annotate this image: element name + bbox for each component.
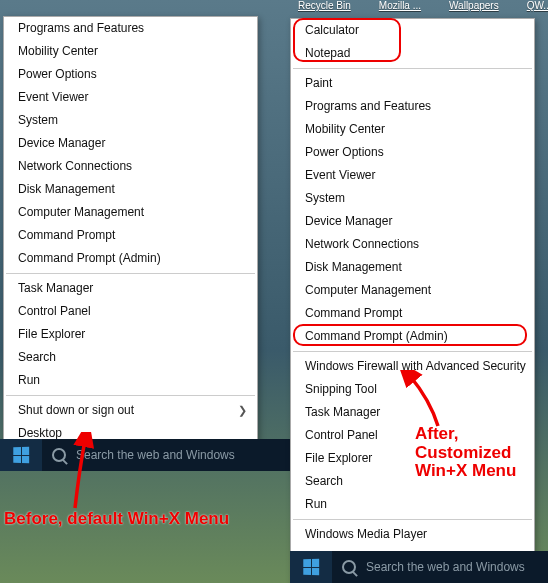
menu-separator	[293, 351, 532, 352]
menu-item[interactable]: System	[291, 187, 534, 210]
menu-item[interactable]: File Explorer	[4, 323, 257, 346]
menu-item[interactable]: Search	[4, 346, 257, 369]
menu-item-label: Mobility Center	[18, 44, 98, 58]
search-placeholder-left: Search the web and Windows	[76, 448, 235, 462]
menu-item[interactable]: Computer Management	[291, 279, 534, 302]
menu-item[interactable]: System	[4, 109, 257, 132]
menu-item[interactable]: Command Prompt (Admin)	[291, 325, 534, 348]
menu-item-label: Computer Management	[305, 283, 431, 297]
menu-item[interactable]: Network Connections	[4, 155, 257, 178]
desktop-shortcuts: Recycle BinMozilla ...WallpapersQW...	[290, 0, 548, 16]
menu-item-label: Search	[18, 350, 56, 364]
menu-item-label: File Explorer	[18, 327, 85, 341]
taskbar-search-right[interactable]: Search the web and Windows	[332, 560, 548, 574]
menu-item-label: Power Options	[18, 67, 97, 81]
menu-item-label: Windows Media Player	[305, 527, 427, 541]
menu-separator	[293, 68, 532, 69]
menu-item-label: Command Prompt	[305, 306, 402, 320]
desktop-icon-label[interactable]: QW...	[527, 0, 548, 16]
menu-item-label: Event Viewer	[18, 90, 88, 104]
menu-item-label: System	[18, 113, 58, 127]
start-button-right[interactable]	[290, 551, 332, 583]
menu-item[interactable]: Mobility Center	[291, 118, 534, 141]
menu-item[interactable]: Device Manager	[4, 132, 257, 155]
menu-item[interactable]: Control Panel	[4, 300, 257, 323]
menu-item-label: Power Options	[305, 145, 384, 159]
menu-item[interactable]: Snipping Tool	[291, 378, 534, 401]
menu-item-label: Disk Management	[18, 182, 115, 196]
menu-separator	[6, 273, 255, 274]
menu-item[interactable]: Network Connections	[291, 233, 534, 256]
menu-item-label: Control Panel	[18, 304, 91, 318]
annotation-after-line1: After, Customized	[415, 425, 548, 462]
menu-item-label: Device Manager	[18, 136, 105, 150]
menu-item[interactable]: Shut down or sign out❯	[4, 399, 257, 422]
menu-item-label: Programs and Features	[305, 99, 431, 113]
menu-separator	[6, 395, 255, 396]
winx-menu-default: Programs and FeaturesMobility CenterPowe…	[3, 16, 258, 446]
menu-separator	[293, 519, 532, 520]
menu-item-label: Mobility Center	[305, 122, 385, 136]
annotation-before: Before, default Win+X Menu	[4, 510, 229, 529]
menu-item-label: Notepad	[305, 46, 350, 60]
search-placeholder-right: Search the web and Windows	[366, 560, 525, 574]
menu-item-label: Search	[305, 474, 343, 488]
menu-item[interactable]: Run	[4, 369, 257, 392]
windows-logo-icon	[13, 447, 29, 463]
taskbar-right: Search the web and Windows	[290, 551, 548, 583]
menu-item[interactable]: Paint	[291, 72, 534, 95]
menu-item-label: Command Prompt (Admin)	[18, 251, 161, 265]
menu-item[interactable]: Command Prompt	[291, 302, 534, 325]
menu-item[interactable]: Notepad	[291, 42, 534, 65]
left-scene: Programs and FeaturesMobility CenterPowe…	[0, 0, 290, 583]
menu-item-label: Calculator	[305, 23, 359, 37]
menu-item-label: Desktop	[18, 426, 62, 440]
desktop-icon-label[interactable]: Mozilla ...	[379, 0, 421, 16]
menu-item[interactable]: Device Manager	[291, 210, 534, 233]
desktop-icon-label[interactable]: Recycle Bin	[298, 0, 351, 16]
menu-item[interactable]: Windows Firewall with Advanced Security	[291, 355, 534, 378]
menu-item[interactable]: Calculator	[291, 19, 534, 42]
search-icon	[342, 560, 356, 574]
winx-menu-customized: CalculatorNotepadPaintPrograms and Featu…	[290, 18, 535, 583]
menu-item[interactable]: Command Prompt	[4, 224, 257, 247]
menu-item-label: File Explorer	[305, 451, 372, 465]
menu-item-label: Snipping Tool	[305, 382, 377, 396]
menu-item[interactable]: Computer Management	[4, 201, 257, 224]
menu-item[interactable]: Power Options	[4, 63, 257, 86]
windows-logo-icon	[303, 559, 319, 575]
menu-item[interactable]: Command Prompt (Admin)	[4, 247, 257, 270]
menu-item[interactable]: Task Manager	[4, 277, 257, 300]
menu-item-label: Computer Management	[18, 205, 144, 219]
menu-item-label: Event Viewer	[305, 168, 375, 182]
menu-item[interactable]: Event Viewer	[4, 86, 257, 109]
menu-item[interactable]: Windows Media Player	[291, 523, 534, 546]
desktop-icon-label[interactable]: Wallpapers	[449, 0, 499, 16]
menu-item[interactable]: Mobility Center	[4, 40, 257, 63]
menu-item-label: Control Panel	[305, 428, 378, 442]
menu-item[interactable]: Event Viewer	[291, 164, 534, 187]
menu-item[interactable]: Disk Management	[291, 256, 534, 279]
chevron-right-icon: ❯	[238, 404, 247, 417]
right-scene: Recycle BinMozilla ...WallpapersQW... Ca…	[290, 0, 548, 583]
start-button-left[interactable]	[0, 439, 42, 471]
menu-item-label: Programs and Features	[18, 21, 144, 35]
search-icon	[52, 448, 66, 462]
menu-item-label: Task Manager	[305, 405, 380, 419]
menu-item[interactable]: Programs and Features	[4, 17, 257, 40]
menu-item-label: Disk Management	[305, 260, 402, 274]
menu-item[interactable]: Programs and Features	[291, 95, 534, 118]
annotation-after: After, Customized Win+X Menu	[415, 425, 548, 481]
menu-item[interactable]: Power Options	[291, 141, 534, 164]
menu-item-label: System	[305, 191, 345, 205]
annotation-after-line2: Win+X Menu	[415, 462, 548, 481]
menu-item-label: Run	[305, 497, 327, 511]
menu-item[interactable]: Task Manager	[291, 401, 534, 424]
menu-item-label: Windows Firewall with Advanced Security	[305, 359, 526, 373]
taskbar-left: Search the web and Windows	[0, 439, 290, 471]
menu-item[interactable]: Run	[291, 493, 534, 516]
taskbar-search-left[interactable]: Search the web and Windows	[42, 448, 290, 462]
menu-item-label: Network Connections	[18, 159, 132, 173]
menu-item[interactable]: Disk Management	[4, 178, 257, 201]
menu-item-label: Shut down or sign out	[18, 403, 134, 417]
